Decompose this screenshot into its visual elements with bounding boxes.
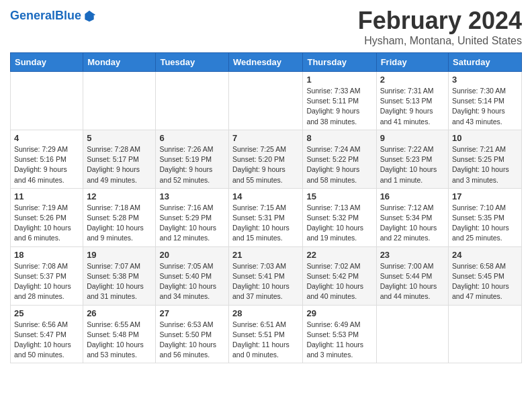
day-number: 17 [452, 191, 518, 201]
day-number: 27 [159, 308, 225, 318]
day-number: 13 [159, 191, 225, 201]
calendar-cell: 29Sunrise: 6:49 AM Sunset: 5:53 PM Dayli… [303, 305, 376, 363]
day-number: 3 [452, 75, 518, 85]
calendar-cell: 4Sunrise: 7:29 AM Sunset: 5:16 PM Daylig… [11, 130, 83, 188]
day-info: Sunrise: 6:51 AM Sunset: 5:51 PM Dayligh… [232, 320, 299, 361]
day-number: 15 [306, 191, 372, 201]
calendar-cell [156, 72, 229, 130]
calendar-cell: 5Sunrise: 7:28 AM Sunset: 5:17 PM Daylig… [83, 130, 156, 188]
calendar-cell [449, 305, 522, 363]
calendar-cell: 25Sunrise: 6:56 AM Sunset: 5:47 PM Dayli… [11, 305, 83, 363]
day-number: 19 [87, 250, 152, 260]
day-of-week-header: Monday [83, 53, 156, 72]
day-number: 2 [380, 75, 445, 85]
calendar-cell: 26Sunrise: 6:55 AM Sunset: 5:48 PM Dayli… [83, 305, 156, 363]
calendar-cell: 2Sunrise: 7:31 AM Sunset: 5:13 PM Daylig… [376, 72, 448, 130]
calendar-cell: 9Sunrise: 7:22 AM Sunset: 5:23 PM Daylig… [376, 130, 448, 188]
day-info: Sunrise: 6:53 AM Sunset: 5:50 PM Dayligh… [159, 320, 225, 361]
day-info: Sunrise: 7:30 AM Sunset: 5:14 PM Dayligh… [452, 86, 518, 127]
day-number: 28 [232, 308, 299, 318]
day-info: Sunrise: 7:12 AM Sunset: 5:34 PM Dayligh… [380, 203, 445, 244]
day-number: 26 [87, 308, 152, 318]
calendar-cell: 7Sunrise: 7:25 AM Sunset: 5:20 PM Daylig… [229, 130, 303, 188]
calendar-week-row: 1Sunrise: 7:33 AM Sunset: 5:11 PM Daylig… [11, 72, 522, 130]
calendar-cell [229, 72, 303, 130]
day-number: 22 [306, 250, 372, 260]
calendar-cell: 21Sunrise: 7:03 AM Sunset: 5:41 PM Dayli… [229, 246, 303, 305]
day-info: Sunrise: 7:25 AM Sunset: 5:20 PM Dayligh… [232, 144, 299, 185]
calendar-cell: 13Sunrise: 7:16 AM Sunset: 5:29 PM Dayli… [156, 188, 229, 246]
calendar-cell: 19Sunrise: 7:07 AM Sunset: 5:38 PM Dayli… [83, 246, 156, 305]
day-info: Sunrise: 7:13 AM Sunset: 5:32 PM Dayligh… [306, 203, 372, 244]
day-number: 16 [380, 191, 445, 201]
calendar-week-row: 18Sunrise: 7:08 AM Sunset: 5:37 PM Dayli… [11, 246, 522, 305]
location-subtitle: Hysham, Montana, United States [358, 35, 522, 47]
day-info: Sunrise: 6:56 AM Sunset: 5:47 PM Dayligh… [14, 320, 79, 361]
day-info: Sunrise: 7:33 AM Sunset: 5:11 PM Dayligh… [306, 86, 372, 127]
logo-icon [83, 9, 96, 23]
calendar-cell: 14Sunrise: 7:15 AM Sunset: 5:31 PM Dayli… [229, 188, 303, 246]
calendar-cell: 18Sunrise: 7:08 AM Sunset: 5:37 PM Dayli… [11, 246, 83, 305]
day-info: Sunrise: 7:18 AM Sunset: 5:28 PM Dayligh… [87, 203, 152, 244]
calendar-week-row: 25Sunrise: 6:56 AM Sunset: 5:47 PM Dayli… [11, 305, 522, 363]
day-number: 14 [232, 191, 299, 201]
day-of-week-header: Friday [376, 53, 448, 72]
calendar-cell: 3Sunrise: 7:30 AM Sunset: 5:14 PM Daylig… [449, 72, 522, 130]
day-info: Sunrise: 7:07 AM Sunset: 5:38 PM Dayligh… [87, 261, 152, 302]
calendar-cell: 17Sunrise: 7:10 AM Sunset: 5:35 PM Dayli… [449, 188, 522, 246]
calendar-cell [11, 72, 83, 130]
day-info: Sunrise: 7:26 AM Sunset: 5:19 PM Dayligh… [159, 144, 225, 185]
calendar-cell: 11Sunrise: 7:19 AM Sunset: 5:26 PM Dayli… [11, 188, 83, 246]
day-info: Sunrise: 7:24 AM Sunset: 5:22 PM Dayligh… [306, 144, 372, 185]
calendar-cell: 8Sunrise: 7:24 AM Sunset: 5:22 PM Daylig… [303, 130, 376, 188]
calendar-cell: 22Sunrise: 7:02 AM Sunset: 5:42 PM Dayli… [303, 246, 376, 305]
day-info: Sunrise: 7:05 AM Sunset: 5:40 PM Dayligh… [159, 261, 225, 302]
day-info: Sunrise: 7:28 AM Sunset: 5:17 PM Dayligh… [87, 144, 152, 185]
calendar-cell: 23Sunrise: 7:00 AM Sunset: 5:44 PM Dayli… [376, 246, 448, 305]
calendar-cell: 10Sunrise: 7:21 AM Sunset: 5:25 PM Dayli… [449, 130, 522, 188]
day-info: Sunrise: 7:21 AM Sunset: 5:25 PM Dayligh… [452, 144, 518, 185]
calendar-cell: 12Sunrise: 7:18 AM Sunset: 5:28 PM Dayli… [83, 188, 156, 246]
day-info: Sunrise: 7:02 AM Sunset: 5:42 PM Dayligh… [306, 261, 372, 302]
day-number: 25 [14, 308, 79, 318]
calendar-cell: 28Sunrise: 6:51 AM Sunset: 5:51 PM Dayli… [229, 305, 303, 363]
day-of-week-header: Saturday [449, 53, 522, 72]
day-info: Sunrise: 7:22 AM Sunset: 5:23 PM Dayligh… [380, 144, 445, 185]
calendar-table: SundayMondayTuesdayWednesdayThursdayFrid… [10, 52, 522, 363]
day-number: 23 [380, 250, 445, 260]
header: GeneralBlue February 2024 Hysham, Montan… [10, 7, 522, 47]
day-info: Sunrise: 7:19 AM Sunset: 5:26 PM Dayligh… [14, 203, 79, 244]
day-number: 11 [14, 191, 79, 201]
calendar-cell: 20Sunrise: 7:05 AM Sunset: 5:40 PM Dayli… [156, 246, 229, 305]
day-info: Sunrise: 6:55 AM Sunset: 5:48 PM Dayligh… [87, 320, 152, 361]
day-number: 10 [452, 133, 518, 143]
day-number: 18 [14, 250, 79, 260]
day-info: Sunrise: 7:15 AM Sunset: 5:31 PM Dayligh… [232, 203, 299, 244]
day-number: 7 [232, 133, 299, 143]
day-number: 24 [452, 250, 518, 260]
day-number: 1 [306, 75, 372, 85]
calendar-cell: 1Sunrise: 7:33 AM Sunset: 5:11 PM Daylig… [303, 72, 376, 130]
day-info: Sunrise: 6:58 AM Sunset: 5:45 PM Dayligh… [452, 261, 518, 302]
day-info: Sunrise: 7:10 AM Sunset: 5:35 PM Dayligh… [452, 203, 518, 244]
calendar-cell: 27Sunrise: 6:53 AM Sunset: 5:50 PM Dayli… [156, 305, 229, 363]
day-number: 12 [87, 191, 152, 201]
calendar-cell [83, 72, 156, 130]
title-area: February 2024 Hysham, Montana, United St… [358, 7, 522, 47]
calendar-week-row: 11Sunrise: 7:19 AM Sunset: 5:26 PM Dayli… [11, 188, 522, 246]
day-number: 9 [380, 133, 445, 143]
day-info: Sunrise: 7:16 AM Sunset: 5:29 PM Dayligh… [159, 203, 225, 244]
day-info: Sunrise: 7:31 AM Sunset: 5:13 PM Dayligh… [380, 86, 445, 127]
day-info: Sunrise: 7:03 AM Sunset: 5:41 PM Dayligh… [232, 261, 299, 302]
day-number: 29 [306, 308, 372, 318]
day-of-week-header: Tuesday [156, 53, 229, 72]
logo-text: GeneralBlue [10, 9, 81, 23]
day-number: 20 [159, 250, 225, 260]
calendar-week-row: 4Sunrise: 7:29 AM Sunset: 5:16 PM Daylig… [11, 130, 522, 188]
day-of-week-header: Wednesday [229, 53, 303, 72]
day-of-week-header: Thursday [303, 53, 376, 72]
calendar-cell: 6Sunrise: 7:26 AM Sunset: 5:19 PM Daylig… [156, 130, 229, 188]
day-of-week-header: Sunday [11, 53, 83, 72]
day-info: Sunrise: 7:08 AM Sunset: 5:37 PM Dayligh… [14, 261, 79, 302]
day-info: Sunrise: 7:00 AM Sunset: 5:44 PM Dayligh… [380, 261, 445, 302]
